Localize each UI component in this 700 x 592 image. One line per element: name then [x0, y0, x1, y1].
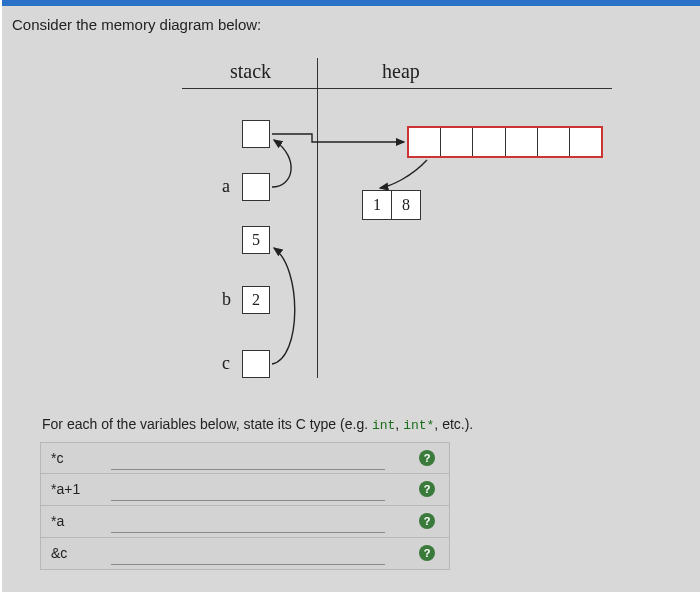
row-label: &c: [51, 545, 67, 561]
example-type-2: int*: [403, 418, 434, 433]
stack-label-c: c: [222, 353, 230, 374]
answer-rows: *c ? *a+1 ? *a ? &c ?: [40, 442, 450, 570]
heap-array: [407, 126, 603, 158]
heap-pair: 1 8: [362, 190, 421, 220]
answer-input[interactable]: [111, 480, 385, 501]
answer-row: &c ?: [40, 538, 450, 570]
question-prompt: For each of the variables below, state i…: [42, 416, 473, 433]
window-accent-bar: [2, 0, 700, 6]
heap-pair-cell-0: 1: [362, 190, 392, 220]
heap-pair-cell-1: 8: [392, 190, 421, 220]
stack-box-5: 5: [242, 226, 270, 254]
stack-label-b: b: [222, 289, 231, 310]
hint-icon[interactable]: ?: [419, 450, 435, 466]
stack-header: stack: [230, 60, 271, 83]
answer-input[interactable]: [111, 449, 385, 470]
stack-box-top: [242, 120, 270, 148]
answer-input[interactable]: [111, 544, 385, 565]
example-sep: ,: [395, 416, 403, 432]
question-text-pre: For each of the variables below, state i…: [42, 416, 372, 432]
memory-diagram: stack heap a 5 b 2 c 1 8: [182, 58, 612, 418]
example-type-1: int: [372, 418, 395, 433]
stack-heap-divider: [317, 58, 318, 378]
stack-box-b: 2: [242, 286, 270, 314]
row-label: *a: [51, 513, 64, 529]
prompt-text: Consider the memory diagram below:: [12, 16, 261, 33]
answer-row: *c ?: [40, 442, 450, 474]
hint-icon[interactable]: ?: [419, 513, 435, 529]
row-label: *c: [51, 450, 63, 466]
question-text-post: , etc.).: [434, 416, 473, 432]
stack-label-a: a: [222, 176, 230, 197]
answer-row: *a ?: [40, 506, 450, 538]
answer-input[interactable]: [111, 512, 385, 533]
hint-icon[interactable]: ?: [419, 545, 435, 561]
stack-box-c: [242, 350, 270, 378]
stack-box-a: [242, 173, 270, 201]
heap-header: heap: [382, 60, 420, 83]
header-rule: [182, 88, 612, 89]
hint-icon[interactable]: ?: [419, 481, 435, 497]
answer-row: *a+1 ?: [40, 474, 450, 506]
page: Consider the memory diagram below: stack…: [0, 0, 700, 592]
row-label: *a+1: [51, 481, 80, 497]
